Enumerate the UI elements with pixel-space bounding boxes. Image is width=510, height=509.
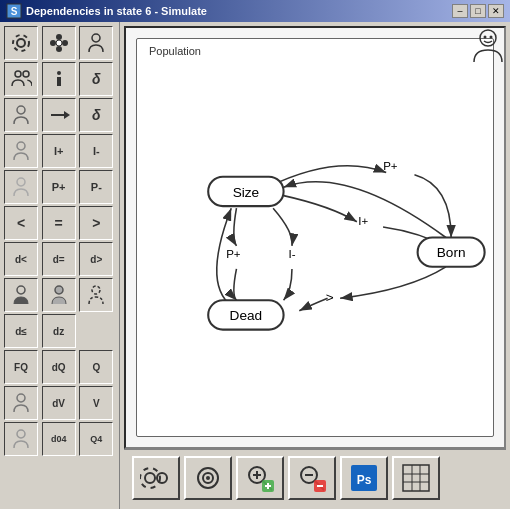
- svg-point-12: [57, 71, 61, 75]
- svg-point-5: [56, 46, 62, 52]
- svg-rect-57: [403, 465, 429, 491]
- svg-text:S: S: [11, 6, 18, 17]
- tool-dz[interactable]: dz: [42, 314, 76, 348]
- tool-q[interactable]: Q: [79, 350, 113, 384]
- tool-dleq[interactable]: d≤: [4, 314, 38, 348]
- tool-gear[interactable]: [4, 26, 38, 60]
- svg-point-42: [206, 476, 210, 480]
- svg-text:I-: I-: [288, 248, 295, 260]
- minimize-button[interactable]: –: [452, 4, 468, 18]
- svg-point-63: [484, 36, 487, 39]
- tool-iplus[interactable]: I+: [42, 134, 76, 168]
- svg-point-23: [17, 430, 25, 438]
- tool-fq[interactable]: FQ: [4, 350, 38, 384]
- svg-marker-16: [64, 111, 70, 119]
- btool-ps[interactable]: Ps: [340, 456, 388, 500]
- btool-zoom-in[interactable]: [236, 456, 284, 500]
- svg-text:P+: P+: [226, 248, 241, 260]
- svg-point-9: [92, 34, 100, 42]
- svg-point-6: [50, 40, 56, 46]
- svg-text:Ps: Ps: [357, 473, 372, 487]
- tool-pplus[interactable]: P+: [42, 170, 76, 204]
- tool-person2[interactable]: [4, 62, 38, 96]
- population-box: Population: [136, 38, 494, 437]
- svg-point-19: [17, 286, 25, 294]
- tool-v[interactable]: V: [79, 386, 113, 420]
- svg-point-22: [17, 394, 25, 402]
- svg-point-7: [62, 40, 68, 46]
- svg-text:Size: Size: [233, 185, 259, 200]
- maximize-button[interactable]: □: [470, 4, 486, 18]
- diagram-svg: Size Born Dead P+ I+ P+: [137, 39, 493, 436]
- tool-dq[interactable]: dQ: [42, 350, 76, 384]
- tool-person10[interactable]: [4, 422, 38, 456]
- btool-gear-gear[interactable]: [132, 456, 180, 500]
- tool-info[interactable]: [42, 62, 76, 96]
- svg-point-4: [56, 34, 62, 40]
- svg-point-20: [55, 286, 63, 294]
- tool-dgreater[interactable]: d>: [79, 242, 113, 276]
- svg-point-3: [13, 35, 29, 51]
- svg-text:Dead: Dead: [230, 308, 263, 323]
- left-toolbar: δ δ: [0, 22, 120, 509]
- tool-greater[interactable]: >: [79, 206, 113, 240]
- window: S Dependencies in state 6 - Simulate – □…: [0, 0, 510, 509]
- svg-point-64: [490, 36, 493, 39]
- avatar: [470, 26, 506, 62]
- svg-point-8: [56, 40, 62, 46]
- svg-point-21: [92, 286, 100, 294]
- svg-point-2: [17, 39, 25, 47]
- tool-less[interactable]: <: [4, 206, 38, 240]
- bottom-toolbar: Ps: [124, 449, 506, 505]
- tool-person9[interactable]: [4, 386, 38, 420]
- tool-person4[interactable]: [4, 134, 38, 168]
- btool-circle[interactable]: [184, 456, 232, 500]
- tool-equal[interactable]: =: [42, 206, 76, 240]
- btool-zoom-out[interactable]: [288, 456, 336, 500]
- window-title: Dependencies in state 6 - Simulate: [26, 5, 207, 17]
- tool-q4[interactable]: Q4: [79, 422, 113, 456]
- app-icon: S: [6, 3, 22, 19]
- tool-person5[interactable]: [4, 170, 38, 204]
- close-button[interactable]: ✕: [488, 4, 504, 18]
- svg-point-39: [157, 473, 167, 483]
- svg-point-17: [17, 142, 25, 150]
- tool-flower[interactable]: [42, 26, 76, 60]
- tool-arrow[interactable]: [42, 98, 76, 132]
- tool-person1[interactable]: [79, 26, 113, 60]
- tool-d04[interactable]: d04: [42, 422, 76, 456]
- tool-person6[interactable]: [4, 278, 38, 312]
- svg-text:P+: P+: [383, 160, 398, 172]
- svg-point-62: [480, 30, 496, 46]
- tool-dless[interactable]: d<: [4, 242, 38, 276]
- tool-dv[interactable]: dV: [42, 386, 76, 420]
- tool-person8[interactable]: [79, 278, 113, 312]
- svg-point-37: [145, 473, 155, 483]
- tool-iminus[interactable]: I-: [79, 134, 113, 168]
- btool-grid[interactable]: [392, 456, 440, 500]
- svg-point-18: [17, 178, 25, 186]
- title-bar: S Dependencies in state 6 - Simulate – □…: [0, 0, 510, 22]
- tool-delta[interactable]: δ: [79, 62, 113, 96]
- tool-person3[interactable]: [4, 98, 38, 132]
- diagram-area: Population: [124, 26, 506, 449]
- svg-text:>: >: [326, 290, 334, 305]
- svg-text:Born: Born: [437, 245, 466, 260]
- tool-dequal[interactable]: d=: [42, 242, 76, 276]
- tool-delta2[interactable]: δ: [79, 98, 113, 132]
- tool-pminus[interactable]: P-: [79, 170, 113, 204]
- svg-text:I+: I+: [358, 215, 368, 227]
- tool-person7[interactable]: [42, 278, 76, 312]
- svg-point-10: [15, 71, 21, 77]
- svg-point-14: [17, 106, 25, 114]
- svg-point-11: [23, 71, 29, 77]
- svg-rect-13: [57, 77, 61, 86]
